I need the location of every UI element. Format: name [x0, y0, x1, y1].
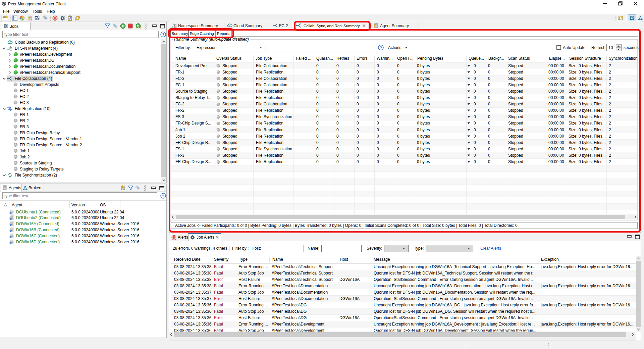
svg-text:?: ? [162, 194, 164, 198]
svg-text:?: ? [162, 33, 164, 37]
svg-text:12: 12 [36, 18, 38, 19]
